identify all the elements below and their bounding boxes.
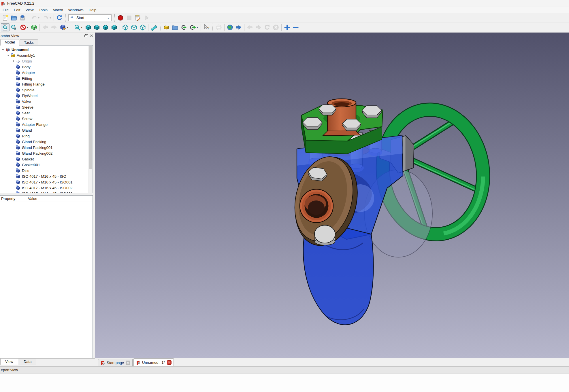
workbench-selector[interactable]: Start⌄ xyxy=(68,14,112,21)
tree-item[interactable]: Adapter Flange xyxy=(0,122,93,127)
refresh-button[interactable] xyxy=(55,14,64,22)
part-extrude-button[interactable] xyxy=(162,23,171,31)
mdi-tab-document[interactable]: Unnamed : 1*✕ xyxy=(133,358,174,366)
menu-file[interactable]: File xyxy=(0,7,11,13)
dropdown-caret-icon[interactable]: ▾ xyxy=(197,26,198,29)
tab-tasks[interactable]: Tasks xyxy=(20,39,38,46)
macro-edit-icon xyxy=(134,14,141,21)
valve-assembly-model xyxy=(95,33,569,358)
tree-scrollbar[interactable] xyxy=(88,46,92,193)
tree-item-origin[interactable]: Origin xyxy=(0,58,93,64)
draw-style-button[interactable]: ▾ xyxy=(18,23,30,31)
float-panel-button[interactable] xyxy=(84,33,89,38)
measure-distance-button[interactable] xyxy=(150,23,158,31)
macro-stop-icon xyxy=(126,14,133,21)
tree-item-document[interactable]: Unnamed xyxy=(0,47,93,52)
view-front-button[interactable] xyxy=(93,23,101,31)
tree-item[interactable]: Fitting xyxy=(0,75,93,81)
link-navigate-button[interactable]: ▾ xyxy=(58,23,70,31)
whats-this-button[interactable]: ? xyxy=(202,23,211,31)
assembly-icon xyxy=(11,53,16,58)
tree-item[interactable]: Seat xyxy=(0,110,93,116)
tree-item[interactable]: ISO 4017 - M16 x 45 - ISO xyxy=(0,173,93,179)
view-right-button[interactable] xyxy=(110,23,118,31)
menu-windows[interactable]: Windows xyxy=(66,7,86,13)
tree-item[interactable]: Gasket xyxy=(0,156,93,162)
tree-item[interactable]: Gland Packing001 xyxy=(0,145,93,150)
zoom-out-button[interactable] xyxy=(291,23,300,31)
part-icon xyxy=(16,70,21,75)
new-document-button[interactable] xyxy=(1,14,10,22)
make-link-button[interactable] xyxy=(179,23,188,31)
tree-item[interactable]: Gland xyxy=(0,127,93,133)
toolbar-handle[interactable] xyxy=(212,24,214,31)
tree-item[interactable]: Screw xyxy=(0,116,93,122)
menu-view[interactable]: View xyxy=(23,7,36,13)
tree-item-assembly[interactable]: Assembly1 xyxy=(0,52,93,58)
menu-help[interactable]: Help xyxy=(86,7,99,13)
tree-item[interactable]: ISO 4017 - M16 x 45 - ISO001 xyxy=(0,179,93,185)
tree-item[interactable]: Body xyxy=(0,64,93,70)
save-document-button[interactable] xyxy=(18,14,27,22)
tree-item[interactable]: Gland Packing002 xyxy=(0,150,93,156)
fit-all-button[interactable]: ▾ xyxy=(72,23,84,31)
tree-item[interactable]: Sleeve xyxy=(0,104,93,110)
menu-tools[interactable]: Tools xyxy=(36,7,50,13)
tree-expander-open-icon[interactable] xyxy=(6,54,11,57)
macro-record-button[interactable] xyxy=(116,14,125,22)
dropdown-caret-icon[interactable]: ▾ xyxy=(67,26,68,29)
dropdown-caret-icon[interactable]: ▾ xyxy=(50,16,51,19)
dropdown-caret-icon[interactable]: ▾ xyxy=(81,26,82,29)
close-panel-button[interactable] xyxy=(89,33,94,38)
web-go-button[interactable] xyxy=(234,23,243,31)
view-rear-button[interactable] xyxy=(121,23,130,31)
tree-item[interactable]: Gland Packing xyxy=(0,139,93,145)
zoom-in-button[interactable] xyxy=(283,23,291,31)
tab-model[interactable]: Model xyxy=(0,39,19,46)
tree-item[interactable]: Ring xyxy=(0,133,93,139)
tab-view[interactable]: View xyxy=(0,359,18,365)
3d-viewport[interactable] xyxy=(95,33,569,358)
macro-edit-button[interactable] xyxy=(133,14,142,22)
tab-data[interactable]: Data xyxy=(19,359,36,365)
tree-expander-closed-icon[interactable] xyxy=(11,60,16,63)
tree-expander-open-icon[interactable] xyxy=(1,48,5,51)
view-left-button[interactable] xyxy=(138,23,147,31)
tree-scrollbar-thumb[interactable] xyxy=(89,46,92,169)
toolbar-handle[interactable] xyxy=(159,24,161,31)
freecad-logo-icon xyxy=(1,1,5,6)
tree-item[interactable]: Fitting Flange xyxy=(0,81,93,87)
origin-icon xyxy=(16,59,21,63)
view-bottom-button[interactable] xyxy=(130,23,138,31)
menu-edit[interactable]: Edit xyxy=(11,7,23,13)
tree-item[interactable]: ISO 4017 - M16 x 45 - ISO003 xyxy=(0,191,93,193)
close-tab-icon[interactable]: ✕ xyxy=(126,361,130,365)
dropdown-caret-icon[interactable]: ▾ xyxy=(27,26,28,29)
make-sub-link-button[interactable]: ▾ xyxy=(188,23,199,31)
docked-view-button[interactable] xyxy=(1,23,10,31)
tree-item[interactable]: Valve xyxy=(0,99,93,104)
tree-item[interactable]: Adapter xyxy=(0,70,93,75)
dock-splitter[interactable] xyxy=(0,193,93,195)
tree-item[interactable]: FlyWheel xyxy=(0,93,93,99)
sync-view-button[interactable] xyxy=(10,23,18,31)
open-document-button[interactable] xyxy=(10,14,18,22)
tree-item[interactable]: ISO 4017 - M16 x 45 - ISO002 xyxy=(0,185,93,191)
make-group-button[interactable] xyxy=(171,23,179,31)
selection-view-button[interactable] xyxy=(30,23,38,31)
tree-item[interactable]: Gasket001 xyxy=(0,162,93,168)
tree-item[interactable]: Spindle xyxy=(0,87,93,93)
view-top-button[interactable] xyxy=(101,23,110,31)
cube-wire-icon xyxy=(131,24,137,31)
toolbar-handle[interactable] xyxy=(65,14,67,22)
mdi-tab-start-page[interactable]: Start page✕ xyxy=(98,359,133,366)
tree-item-label: Gland Packing xyxy=(21,140,46,144)
view-axonometric-button[interactable] xyxy=(84,23,93,31)
tree-item[interactable]: Disc xyxy=(0,168,93,173)
toolbar-handle[interactable] xyxy=(113,14,115,22)
close-tab-icon[interactable]: ✕ xyxy=(167,360,172,365)
dropdown-caret-icon[interactable]: ▾ xyxy=(38,16,39,19)
open-website-button[interactable] xyxy=(226,23,234,31)
tree-item-label: ISO 4017 - M16 x 45 - ISO xyxy=(21,174,66,179)
menu-macro[interactable]: Macro xyxy=(50,7,66,13)
